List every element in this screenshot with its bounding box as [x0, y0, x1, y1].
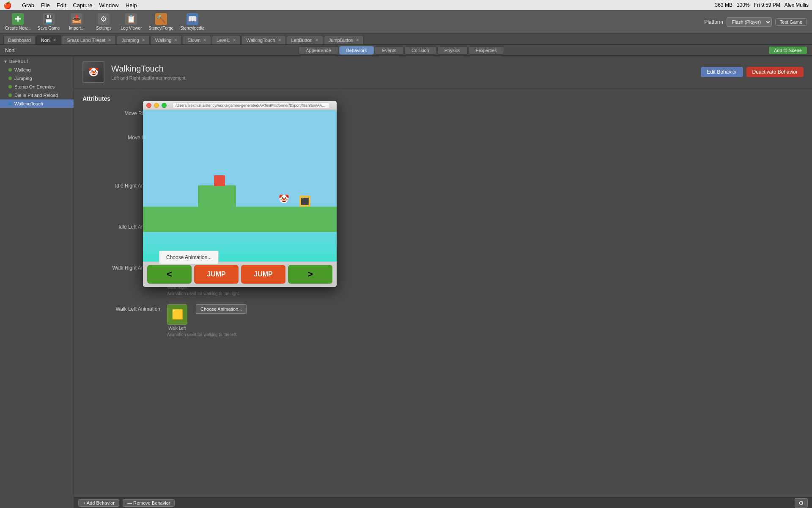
behavior-actions: Edit Behavior Deactivate Behavior	[701, 67, 804, 77]
sub-tab-properties[interactable]: Properties	[469, 46, 504, 55]
game-enemy: ⬛	[299, 196, 310, 207]
attr-hint-walk-right-anim: Animation used for walking to the right.	[167, 291, 804, 296]
main-area: ▼ DEFAULT Walking Jumping Stomp On Enemi…	[0, 56, 812, 508]
platform-select[interactable]: Flash (Player)	[727, 17, 772, 27]
log-viewer-icon: 📋	[125, 13, 137, 25]
behavior-header: 🤡 WalkingTouch Left and Right platformer…	[74, 56, 812, 88]
import-button[interactable]: 📥 Import...	[66, 13, 87, 30]
stencylforge-button[interactable]: 🔨 StencylForge	[148, 13, 173, 30]
remove-behavior-button[interactable]: — Remove Behavior	[123, 499, 175, 507]
menu-help[interactable]: Help	[126, 2, 137, 8]
test-game-button[interactable]: Test Game	[775, 18, 807, 26]
choose-anim-popup: Choose Animation...	[159, 251, 219, 264]
walk-left-choose-anim-button[interactable]: Choose Animation...	[196, 304, 247, 314]
tab-dashboard[interactable]: Dashboard	[3, 35, 36, 44]
sub-tab-collision[interactable]: Collision	[404, 46, 436, 55]
choose-anim-popup-button[interactable]: Choose Animation...	[159, 253, 218, 262]
user-display: Alex Mullis	[785, 2, 809, 8]
sidebar-section-header: ▼ DEFAULT	[0, 58, 74, 66]
control-left-button[interactable]: <	[147, 265, 192, 284]
save-game-button[interactable]: 💾 Save Game	[38, 13, 60, 30]
titlebar-maximize-dot[interactable]	[162, 103, 167, 108]
toolbar: ✚ Create New... 💾 Save Game 📥 Import... …	[0, 10, 812, 34]
behavior-subtitle: Left and Right platformer movement.	[111, 75, 187, 80]
behavior-info: WalkingTouch Left and Right platformer m…	[111, 64, 187, 80]
tab-walking[interactable]: Walking ✕	[151, 35, 182, 44]
sidebar-item-stomp-on-enemies[interactable]: Stomp On Enemies	[0, 83, 74, 91]
tab-clown-close[interactable]: ✕	[203, 38, 206, 42]
tab-walkingtouch[interactable]: WalkingTouch ✕	[241, 35, 285, 44]
game-player: 🤡	[278, 191, 289, 207]
menu-grab[interactable]: Grab	[22, 2, 34, 8]
sub-tabs: Appearance Behaviors Events Collision Ph…	[34, 46, 769, 55]
sidebar-item-dot	[8, 94, 12, 97]
game-preview-overlay: /Users/alexmullis/stency/works/games-gen…	[143, 101, 337, 287]
create-new-icon: ✚	[12, 13, 24, 25]
titlebar-close-dot[interactable]	[146, 103, 151, 108]
tab-leftbutton-close[interactable]: ✕	[315, 38, 318, 42]
gear-button[interactable]: ⚙	[795, 498, 808, 508]
game-block-red	[214, 175, 225, 186]
noni-label: Noni	[0, 47, 34, 53]
memory-display: 363 MB	[715, 2, 732, 8]
tabs-row: Dashboard Noni ✕ Grass Land Tileset ✕ Ju…	[0, 34, 812, 45]
sidebar-section-default: ▼ DEFAULT Walking Jumping Stomp On Enemi…	[0, 56, 74, 110]
sidebar-item-dot	[8, 77, 12, 80]
tab-walkingtouch-close[interactable]: ✕	[278, 38, 281, 42]
log-viewer-button[interactable]: 📋 Log Viewer	[121, 13, 142, 30]
tab-jumpbutton-close[interactable]: ✕	[356, 38, 359, 42]
settings-button[interactable]: ⚙ Settings	[93, 13, 114, 30]
tab-noni[interactable]: Noni ✕	[36, 35, 61, 44]
tab-grass-land-tileset-close[interactable]: ✕	[108, 38, 111, 42]
tab-walking-close[interactable]: ✕	[174, 38, 177, 42]
menu-file[interactable]: File	[41, 2, 50, 8]
deactivate-behavior-button[interactable]: Deactivate Behavior	[746, 67, 804, 77]
sidebar-item-dot	[8, 68, 12, 72]
titlebar-minimize-dot[interactable]	[154, 103, 159, 108]
tab-jumping-close[interactable]: ✕	[142, 38, 145, 42]
sidebar-item-dot	[8, 85, 12, 88]
tab-jumping[interactable]: Jumping ✕	[117, 35, 150, 44]
sidebar-item-die-in-pit[interactable]: Die in Pit and Reload	[0, 91, 74, 99]
game-controls: < JUMP JUMP >	[143, 262, 337, 287]
add-behavior-button[interactable]: + Add Behavior	[78, 499, 119, 507]
platform-section: Platform Flash (Player) Test Game	[704, 17, 807, 27]
menu-edit[interactable]: Edit	[57, 2, 66, 8]
stencylforge-icon: 🔨	[155, 13, 167, 25]
control-jump1-button[interactable]: JUMP	[194, 265, 239, 284]
menu-window[interactable]: Window	[99, 2, 119, 8]
tab-clown[interactable]: Clown ✕	[183, 35, 211, 44]
sidebar-item-walking[interactable]: Walking	[0, 66, 74, 74]
preview-url: /Users/alexmullis/stency/works/games-gen…	[173, 102, 330, 108]
control-jump2-button[interactable]: JUMP	[241, 265, 285, 284]
create-new-button[interactable]: ✚ Create New...	[5, 13, 31, 30]
game-platform	[198, 185, 236, 207]
menu-capture[interactable]: Capture	[73, 2, 92, 8]
tab-leftbutton[interactable]: LeftButton ✕	[287, 35, 323, 44]
tab-level1-close[interactable]: ✕	[233, 38, 236, 42]
tab-jumpbutton[interactable]: JumpButton ✕	[324, 35, 364, 44]
tab-level1[interactable]: Level1 ✕	[212, 35, 241, 44]
settings-icon: ⚙	[98, 13, 110, 25]
sidebar-item-walkingtouch[interactable]: WalkingTouch	[0, 99, 74, 108]
platform-label: Platform	[704, 19, 723, 25]
sub-tab-behaviors[interactable]: Behaviors	[339, 46, 374, 55]
tab-grass-land-tileset[interactable]: Grass Land Tileset ✕	[62, 35, 116, 44]
menu-right: 363 MB 100% Fri 9:59 PM Alex Mullis	[715, 2, 809, 8]
menu-bar: 🍎 Grab File Edit Capture Window Help 363…	[0, 0, 812, 10]
sub-tab-appearance[interactable]: Appearance	[299, 46, 338, 55]
control-right-button[interactable]: >	[288, 265, 332, 284]
battery-display: 100%	[737, 2, 750, 8]
stencylpedia-button[interactable]: 📖 Stencylpedia	[180, 13, 204, 30]
attr-content-walk-left-anim: 🟨 Walk Left Choose Animation... Animatio…	[167, 304, 804, 337]
edit-behavior-button[interactable]: Edit Behavior	[701, 67, 743, 77]
game-canvas: 🤡 ⬛	[143, 110, 337, 262]
walk-left-anim-thumb[interactable]: 🟨	[167, 304, 187, 325]
sub-tab-events[interactable]: Events	[375, 46, 403, 55]
sidebar-item-jumping[interactable]: Jumping	[0, 74, 74, 83]
sub-tab-physics[interactable]: Physics	[437, 46, 468, 55]
apple-menu[interactable]: 🍎	[3, 1, 12, 9]
add-to-scene-button[interactable]: Add to Scene	[769, 47, 807, 54]
time-display: Fri 9:59 PM	[754, 2, 780, 8]
tab-noni-close[interactable]: ✕	[53, 38, 56, 42]
